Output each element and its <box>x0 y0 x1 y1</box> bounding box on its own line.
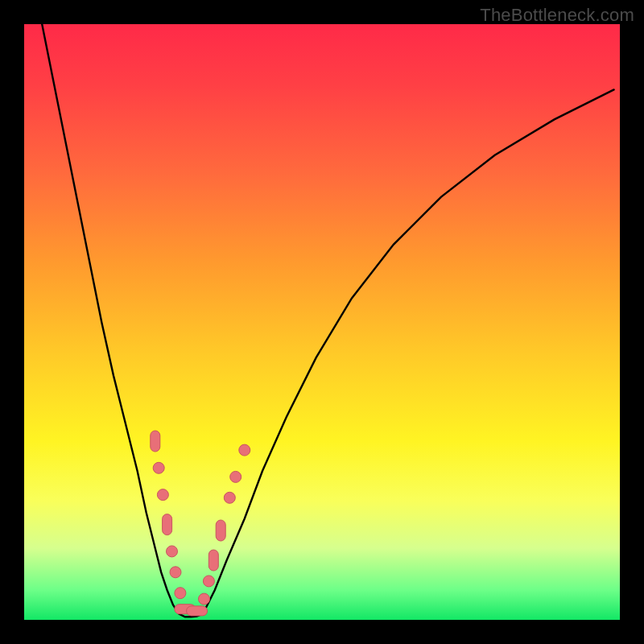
data-marker <box>187 606 208 616</box>
data-marker <box>157 489 168 501</box>
data-marker <box>199 593 210 605</box>
data-marker <box>203 576 214 587</box>
data-marker <box>163 514 172 535</box>
data-marker <box>216 520 225 541</box>
data-marker <box>170 567 181 578</box>
bottleneck-curve <box>42 24 613 617</box>
chart-svg <box>24 24 620 620</box>
data-marker <box>153 462 164 473</box>
data-marker <box>239 444 250 456</box>
data-marker <box>167 546 178 557</box>
chart-frame: TheBottleneck.com <box>0 0 644 644</box>
data-marker <box>151 431 160 452</box>
plot-area <box>24 24 620 620</box>
data-marker <box>175 588 186 599</box>
data-marker <box>230 471 242 482</box>
data-marker <box>208 550 218 571</box>
marker-layer <box>151 431 250 616</box>
watermark-text: TheBottleneck.com <box>480 5 634 26</box>
data-marker <box>224 492 235 503</box>
